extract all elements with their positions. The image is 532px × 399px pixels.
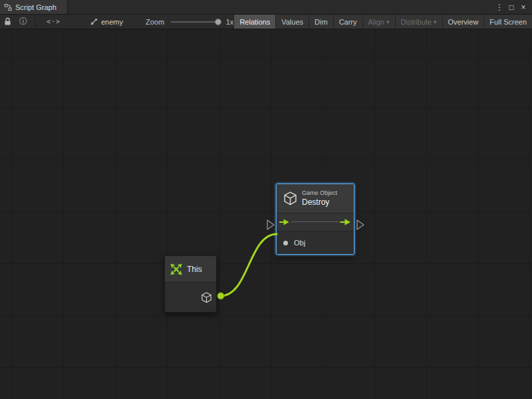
zoom-slider[interactable]	[171, 18, 221, 26]
obj-input-label: Obj	[294, 239, 305, 247]
obj-input-port[interactable]	[283, 241, 288, 245]
graph-breadcrumb[interactable]: enemy	[90, 18, 123, 26]
game-object-icon	[284, 192, 297, 205]
graph-asset-icon	[90, 18, 98, 26]
graph-canvas[interactable]: This	[0, 29, 532, 399]
node-header: Game Object Destroy	[277, 184, 354, 213]
node-category: Game Object	[302, 190, 337, 197]
window-controls: ⋮ □ ×	[494, 0, 532, 14]
button-label: Values	[281, 18, 303, 26]
dropdown-caret-icon: ▾	[386, 19, 390, 25]
menu-kebab-icon[interactable]: ⋮	[494, 1, 505, 14]
script-graph-icon	[4, 3, 12, 11]
button-label: Overview	[448, 18, 479, 26]
node-destroy[interactable]: Game Object Destroy	[276, 184, 354, 255]
lock-icon[interactable]	[4, 17, 11, 26]
obj-input-row: Obj	[277, 231, 354, 254]
button-label: Full Screen	[489, 18, 527, 26]
node-title: Destroy	[302, 198, 337, 207]
carry-button[interactable]: Carry	[333, 15, 362, 29]
node-body	[165, 283, 216, 312]
info-icon[interactable]: ⓘ	[19, 16, 27, 27]
node-this[interactable]: This	[164, 255, 217, 313]
align-button[interactable]: Align ▾	[362, 15, 395, 29]
zoom-slider-knob[interactable]	[215, 19, 221, 25]
node-title: This	[187, 265, 202, 274]
relations-button[interactable]: Relations	[233, 15, 275, 29]
flow-ports-row	[277, 213, 354, 231]
button-label: Distribute	[401, 18, 432, 26]
toolbar-separator	[35, 17, 36, 27]
close-icon[interactable]: ×	[518, 1, 529, 14]
fullscreen-button[interactable]: Full Screen	[483, 15, 532, 29]
script-graph-window: Script Graph ⋮ □ × ⓘ <·> e	[0, 0, 532, 399]
maximize-icon[interactable]: □	[506, 1, 517, 14]
zoom-slider-track	[171, 21, 221, 23]
button-label: Align	[368, 18, 384, 26]
dropdown-caret-icon: ▾	[434, 19, 437, 25]
button-label: Relations	[239, 18, 270, 26]
connections-overlay	[0, 29, 532, 399]
overview-button[interactable]: Overview	[442, 15, 484, 29]
distribute-button[interactable]: Distribute ▾	[395, 15, 442, 29]
this-unit-icon	[170, 263, 183, 276]
graph-name: enemy	[101, 18, 123, 26]
game-object-icon	[201, 292, 211, 303]
flow-input-arrow-icon[interactable]	[279, 218, 289, 226]
button-label: Carry	[339, 18, 357, 26]
relation-line	[291, 221, 339, 222]
flow-output-arrow-icon[interactable]	[340, 218, 351, 226]
toolbar-button-group: Relations Values Dim Carry Align ▾ Distr…	[233, 15, 532, 29]
tab-title: Script Graph	[15, 3, 57, 11]
this-output-port[interactable]	[217, 293, 224, 299]
flow-input-port-triangle[interactable]	[267, 220, 274, 229]
titlebar: Script Graph ⋮ □ ×	[0, 0, 532, 15]
zoom-value: 1x	[226, 18, 234, 26]
connection-wire[interactable]	[221, 234, 277, 296]
graph-toolbar: ⓘ <·> enemy Zoom 1x Relations Value	[0, 15, 532, 29]
values-button[interactable]: Values	[275, 15, 309, 29]
node-header: This	[165, 256, 216, 283]
tab-script-graph[interactable]: Script Graph	[0, 0, 68, 14]
zoom-label: Zoom	[146, 18, 164, 26]
flow-output-port-triangle[interactable]	[357, 220, 364, 229]
dim-button[interactable]: Dim	[309, 15, 333, 29]
code-view-icon[interactable]: <·>	[47, 18, 61, 25]
button-label: Dim	[315, 18, 328, 26]
